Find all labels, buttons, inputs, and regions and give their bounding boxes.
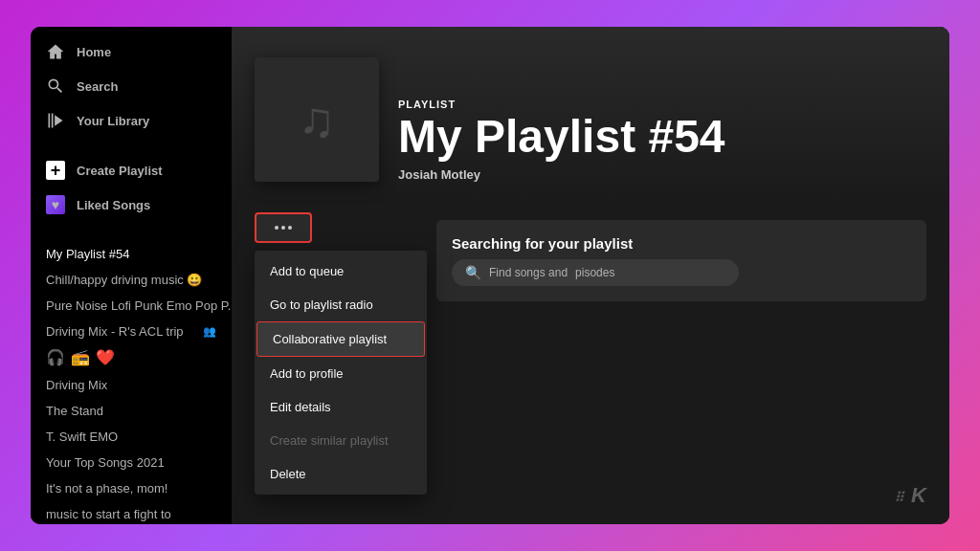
sidebar-label-home: Home — [77, 45, 111, 59]
knowtechie-badge: ⠿ K — [894, 478, 926, 509]
more-options-button[interactable] — [255, 212, 312, 243]
playlist-title: My Playlist #54 — [398, 114, 926, 160]
library-item-the-stand[interactable]: The Stand — [31, 398, 232, 424]
library-item-my-playlist-54[interactable]: My Playlist #54 — [31, 241, 232, 267]
toolbar: Add to queue Go to playlist radio Collab… — [255, 212, 926, 243]
library-item-emoji-row: 🎧 📻 ❤️ — [31, 344, 232, 372]
library-list: My Playlist #54 Chill/happy driving musi… — [31, 233, 232, 524]
library-item-top-songs-2021[interactable]: Your Top Songs 2021 — [31, 450, 232, 475]
sidebar-item-home[interactable]: Home — [31, 34, 232, 69]
collab-icon: 👥 — [203, 325, 216, 338]
playlist-header: ♫ PLAYLIST My Playlist #54 Josiah Motley — [232, 27, 949, 201]
content-area: Add to queue Go to playlist radio Collab… — [232, 201, 949, 524]
library-item-label: Pure Noise Lofi Punk Emo Pop P... — [46, 298, 232, 313]
library-item-chill[interactable]: Chill/happy driving music 😀 — [31, 267, 232, 293]
search-box-placeholder: Find songs and — [489, 266, 568, 279]
sidebar-item-library[interactable]: Your Library — [31, 103, 232, 138]
library-item-label: The Stand — [46, 404, 103, 418]
library-item-label: It's not a phase, mom! — [46, 481, 168, 496]
liked-songs-icon: ♥ — [46, 195, 65, 214]
context-menu: Add to queue Go to playlist radio Collab… — [255, 251, 427, 495]
library-item-label: music to start a fight to — [46, 507, 171, 521]
menu-item-create-similar: Create similar playlist — [255, 424, 427, 457]
dot-1 — [275, 226, 278, 230]
library-item-label: Driving Mix - R's ACL trip — [46, 324, 184, 339]
sidebar-label-search: Search — [77, 79, 118, 94]
create-playlist-icon: + — [46, 161, 65, 180]
library-item-label: My Playlist #54 — [46, 247, 129, 261]
library-item-label: T. Swift EMO — [46, 430, 118, 444]
home-icon — [46, 42, 65, 61]
library-item-fight[interactable]: music to start a fight to — [31, 501, 232, 524]
nav-section: Home Search Your Library — [31, 27, 232, 142]
menu-item-edit-details[interactable]: Edit details — [255, 390, 427, 424]
library-item-driving-mix2[interactable]: Driving Mix — [31, 372, 232, 398]
search-area-title: Searching for your playlist — [452, 235, 911, 252]
library-item-driving-mix-acl[interactable]: Driving Mix - R's ACL trip 👥 — [31, 319, 232, 344]
menu-item-add-to-queue[interactable]: Add to queue — [255, 254, 427, 288]
library-icon — [46, 111, 65, 130]
sidebar-label-library: Your Library — [77, 114, 149, 128]
search-input-box[interactable]: 🔍 Find songs and pisodes — [452, 259, 739, 286]
library-item-label: Chill/happy driving music 😀 — [46, 273, 202, 287]
library-item-not-a-phase[interactable]: It's not a phase, mom! — [31, 475, 232, 501]
music-note-icon: ♫ — [299, 91, 336, 148]
main-content: ♫ PLAYLIST My Playlist #54 Josiah Motley… — [232, 27, 949, 524]
search-area-title-partial: hing for your playlist — [491, 235, 633, 252]
create-playlist-item[interactable]: + Create Playlist — [31, 153, 232, 187]
dot-3 — [288, 226, 292, 230]
menu-item-collaborative[interactable]: Collaborative playlist — [256, 321, 425, 357]
library-item-pure-noise[interactable]: Pure Noise Lofi Punk Emo Pop P... — [31, 293, 232, 319]
sidebar-item-search[interactable]: Search — [31, 69, 232, 103]
dot-2 — [281, 226, 285, 230]
liked-songs-item[interactable]: ♥ Liked Songs — [31, 187, 232, 222]
sidebar: Home Search Your Library + Create Playli… — [31, 27, 232, 524]
playlist-type: PLAYLIST — [398, 99, 926, 110]
search-box-icon: 🔍 — [465, 265, 481, 280]
app-window: Home Search Your Library + Create Playli… — [31, 27, 949, 524]
menu-item-go-to-radio[interactable]: Go to playlist radio — [255, 288, 427, 321]
emoji-icon-3: ❤️ — [96, 348, 115, 366]
playlist-author: Josiah Motley — [398, 167, 926, 182]
menu-item-delete[interactable]: Delete — [255, 457, 427, 491]
library-item-t-swift[interactable]: T. Swift EMO — [31, 424, 232, 450]
emoji-icons: 🎧 — [46, 348, 65, 366]
search-area: Searching for your playlist 🔍 Find songs… — [436, 220, 926, 301]
create-section: + Create Playlist ♥ Liked Songs — [31, 149, 232, 226]
emoji-icon-2: 📻 — [71, 348, 90, 366]
create-playlist-label: Create Playlist — [77, 164, 163, 178]
library-item-label: Driving Mix — [46, 378, 107, 392]
playlist-thumbnail: ♫ — [255, 57, 379, 182]
menu-item-add-to-profile[interactable]: Add to profile — [255, 357, 427, 390]
search-icon — [46, 77, 65, 96]
library-item-label: Your Top Songs 2021 — [46, 455, 165, 470]
search-box-ep: pisodes — [575, 266, 614, 279]
liked-songs-label: Liked Songs — [77, 198, 150, 212]
playlist-info: PLAYLIST My Playlist #54 Josiah Motley — [398, 99, 926, 182]
